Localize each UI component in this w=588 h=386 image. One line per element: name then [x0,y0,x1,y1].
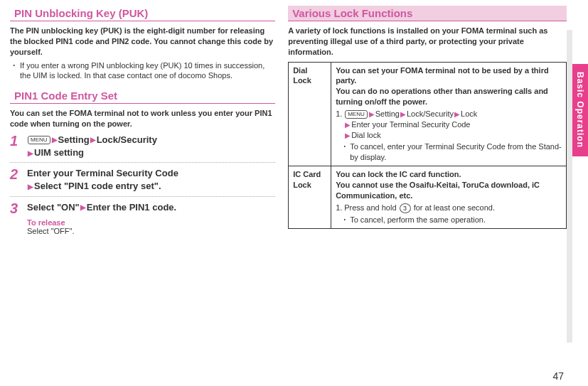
dial-lock-label: Dial Lock [289,62,331,166]
dial-c: Lock [461,109,477,118]
step-3-a: Select "ON" [27,202,80,213]
step-2-number: 2 [10,167,23,193]
ic-p2: You cannot use the Osaifu-Keitai, ToruCa… [336,180,562,201]
dial-lock-cell: You can set your FOMA terminal not to be… [331,62,567,166]
ic-p1: You can lock the IC card function. [336,169,562,180]
arrow-icon: ▶ [369,110,375,118]
arrow-icon: ▶ [90,136,96,144]
release-text: Select "OFF". [27,227,275,235]
dial-a: Setting [375,109,400,118]
dial-b: Lock/Security [407,109,454,118]
table-row: Dial Lock You can set your FOMA terminal… [289,62,567,166]
step-1-number: 1 [10,134,23,159]
pin1-title: PIN1 Code Entry Set [10,88,275,104]
dial-e: Dial lock [351,131,381,139]
ic-card-lock-label: IC Card Lock [289,166,331,228]
step-2-a: Enter your Terminal Security Code [27,168,178,178]
step-2-b: Select "PIN1 code entry set". [34,181,161,191]
step-1-a: Setting [58,134,90,145]
step-3: 3 Select "ON"▶Enter the PIN1 code. [10,201,275,215]
puk-desc: The PIN unblocking key (PUK) is the eigh… [10,26,275,58]
step-3-number: 3 [10,201,23,215]
dial-lock-p1: You can set your FOMA terminal not to be… [336,65,562,87]
puk-bullet: If you enter a wrong PIN unblocking key … [10,60,275,82]
step-2: 2 Enter your Terminal Security Code ▶Sel… [10,167,275,193]
arrow-icon: ▶ [400,110,406,118]
menu-key-icon: MENU [28,136,50,144]
ic-step: Press and hold 3 for at least one second… [336,203,562,213]
side-tab: Basic Operation [572,64,588,156]
page-number: 47 [552,370,564,382]
ic-bullet: To cancel, perform the same operation. [336,215,562,225]
arrow-icon: ▶ [28,183,33,191]
arrow-icon: ▶ [345,121,351,129]
dial-bullet: To cancel, enter your Terminal Security … [336,141,562,163]
ic-step-a: Press and hold [344,203,398,212]
puk-title: PIN Unblocking Key (PUK) [10,6,275,21]
dial-lock-p2: You can do no operations other than answ… [336,86,562,107]
step-3-b: Enter the PIN1 code. [87,202,176,213]
ic-step-b: for at least one second. [412,203,495,212]
dial-d: Enter your Terminal Security Code [351,120,470,129]
arrow-icon: ▶ [345,132,351,139]
step-1: 1 MENU▶Setting▶Lock/Security ▶UIM settin… [10,134,275,159]
divider [10,196,275,197]
pin1-desc: You can set the FOMA terminal not to wor… [10,108,275,129]
arrow-icon: ▶ [80,203,86,211]
lock-table: Dial Lock You can set your FOMA terminal… [288,62,567,229]
dial-lock-step: MENU▶Setting▶Lock/Security▶Lock [336,109,562,119]
arrow-icon: ▶ [52,136,58,144]
step-1-b: Lock/Security [97,134,157,145]
menu-key-icon: MENU [345,110,368,119]
side-tab-grey [567,30,572,343]
arrow-icon: ▶ [454,110,460,118]
release-label: To release [27,218,275,227]
table-row: IC Card Lock You can lock the IC card fu… [289,166,567,228]
various-lock-title: Various Lock Functions [288,6,567,21]
ic-card-lock-cell: You can lock the IC card function. You c… [331,166,567,228]
divider [10,162,275,163]
key-3-icon: 3 [400,203,411,213]
arrow-icon: ▶ [28,149,33,157]
various-lock-desc: A variety of lock functions is installed… [288,26,567,58]
step-1-c: UIM setting [34,147,84,158]
